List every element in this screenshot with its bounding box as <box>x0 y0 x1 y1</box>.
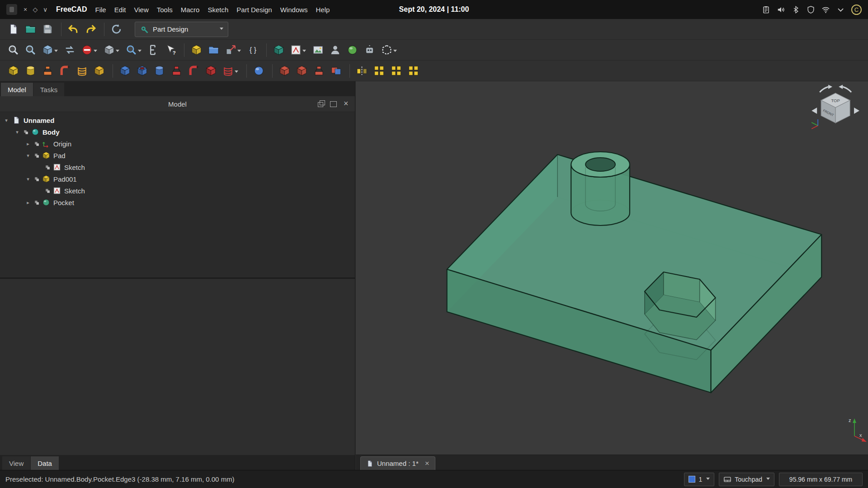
tree-expander-icon[interactable]: ▾ <box>14 129 21 135</box>
tree-item-body-1[interactable]: ▾Body <box>0 126 355 138</box>
tree-item-pocket-7[interactable]: ▸Pocket <box>0 197 355 208</box>
menu-part-design[interactable]: Part Design <box>236 6 272 14</box>
panel-maximize-button[interactable] <box>330 101 337 107</box>
selection-view-button[interactable] <box>101 42 122 58</box>
tree-expander-icon[interactable]: ▸ <box>24 141 32 147</box>
tree-item-pad-3[interactable]: ▾Pad <box>0 150 355 161</box>
expressions-button[interactable] <box>245 42 260 58</box>
document-tab-unnamed[interactable]: Unnamed : 1* <box>360 456 435 470</box>
dropdown-arrow-icon[interactable] <box>116 50 119 54</box>
navcube-rotate-right-icon[interactable] <box>843 87 851 92</box>
panel-close-button[interactable] <box>344 102 349 107</box>
navigation-cube[interactable]: TOP FRONT <box>811 85 859 129</box>
layer-selector[interactable]: 1 <box>684 473 714 486</box>
linear-pattern-button[interactable] <box>371 63 387 79</box>
additive-pipe-button[interactable] <box>57 63 72 79</box>
panel-float-button[interactable] <box>318 102 323 107</box>
tree-item-sketch-6[interactable]: Sketch <box>0 185 355 197</box>
additive-helix-button[interactable] <box>74 63 90 79</box>
dropdown-arrow-icon[interactable] <box>54 50 58 54</box>
open-file-button[interactable] <box>23 22 38 37</box>
pocket-button[interactable] <box>117 63 132 79</box>
shield-icon[interactable] <box>807 5 815 14</box>
menu-file[interactable]: File <box>95 6 106 14</box>
minimize-button[interactable]: ∨ <box>42 6 49 13</box>
navcube-rotate-left-icon[interactable] <box>820 87 828 92</box>
create-group-button[interactable] <box>206 42 221 58</box>
document-tab-close-icon[interactable] <box>425 460 429 467</box>
fillet-button[interactable] <box>277 63 292 79</box>
tree-item-unnamed-0[interactable]: ▾Unnamed <box>0 114 355 126</box>
3d-viewport[interactable]: TOP FRONT z x <box>356 81 868 455</box>
undo-button[interactable] <box>66 22 81 37</box>
edit-sketch-button[interactable] <box>310 42 326 58</box>
tree-expander-icon[interactable]: ▸ <box>24 200 32 206</box>
save-file-button[interactable] <box>40 22 55 37</box>
navcube-arrow-right[interactable] <box>854 108 859 114</box>
user-badge[interactable]: C <box>851 5 862 15</box>
chevron-down-icon[interactable] <box>766 478 770 482</box>
chevron-down-icon[interactable] <box>706 478 710 482</box>
zoom-tools-button[interactable] <box>123 42 144 58</box>
sync-view-button[interactable] <box>62 42 77 58</box>
model-cylinder-boss[interactable] <box>571 152 630 225</box>
additive-loft-button[interactable] <box>40 63 55 79</box>
chevron-down-icon[interactable] <box>220 28 223 32</box>
tree-item-pad001-5[interactable]: ▾Pad001 <box>0 173 355 185</box>
thickness-button[interactable] <box>328 63 344 79</box>
menu-sketch[interactable]: Sketch <box>208 6 228 14</box>
pad-button[interactable] <box>5 63 21 79</box>
app-launcher-icon[interactable] <box>6 4 17 15</box>
navcube-top-label[interactable]: TOP <box>831 98 840 103</box>
workbench-selector[interactable]: Part Design <box>135 22 228 37</box>
view-isometric-button[interactable] <box>40 42 60 58</box>
close-button[interactable]: × <box>22 6 29 13</box>
wifi-icon[interactable] <box>821 5 830 14</box>
menu-help[interactable]: Help <box>316 6 330 14</box>
dropdown-arrow-icon[interactable] <box>94 50 97 54</box>
subtractive-primitive-button[interactable] <box>203 63 218 79</box>
create-body-button[interactable] <box>271 42 286 58</box>
tree-expander-icon[interactable]: ▾ <box>3 117 10 123</box>
clipboard-icon[interactable] <box>762 5 770 14</box>
mirrored-button[interactable] <box>354 63 369 79</box>
tab-view[interactable]: View <box>2 456 30 470</box>
draw-style-button[interactable] <box>79 42 99 58</box>
make-link-button[interactable] <box>223 42 243 58</box>
zoom-selection-button[interactable] <box>23 42 38 58</box>
whats-this-button[interactable] <box>163 42 178 58</box>
volume-icon[interactable] <box>777 5 785 14</box>
menu-windows[interactable]: Windows <box>280 6 308 14</box>
polar-pattern-button[interactable] <box>388 63 404 79</box>
dropdown-arrow-icon[interactable] <box>302 50 306 54</box>
dropdown-arrow-icon[interactable] <box>235 70 238 75</box>
boolean-operation-button[interactable] <box>251 63 266 79</box>
tree-expander-icon[interactable]: ▾ <box>24 153 32 159</box>
multitransform-button[interactable] <box>406 63 421 79</box>
draft-button[interactable] <box>311 63 326 79</box>
subtractive-pipe-button[interactable] <box>186 63 201 79</box>
refresh-button[interactable] <box>108 22 124 37</box>
green-tool-button[interactable] <box>344 42 360 58</box>
create-part-button[interactable] <box>189 42 204 58</box>
subtractive-loft-button[interactable] <box>169 63 184 79</box>
redo-button[interactable] <box>83 22 98 37</box>
navcube-cube[interactable]: TOP FRONT <box>821 93 850 123</box>
bluetooth-icon[interactable] <box>792 5 800 14</box>
maximize-button[interactable]: ◇ <box>32 6 39 13</box>
zoom-fit-all-button[interactable] <box>5 42 21 58</box>
navigation-style-selector[interactable]: Touchpad <box>719 473 774 486</box>
menu-macro[interactable]: Macro <box>181 6 200 14</box>
tab-data[interactable]: Data <box>31 456 59 470</box>
chamfer-button[interactable] <box>294 63 309 79</box>
menu-edit[interactable]: Edit <box>114 6 126 14</box>
menu-tools[interactable]: Tools <box>157 6 173 14</box>
new-file-button[interactable] <box>5 22 21 37</box>
revolution-button[interactable] <box>23 63 38 79</box>
3d-scene[interactable]: TOP FRONT z x <box>356 81 868 455</box>
tree-item-origin-2[interactable]: ▸Origin <box>0 138 355 150</box>
tab-model[interactable]: Model <box>1 83 33 96</box>
additive-primitive-button[interactable] <box>91 63 107 79</box>
shape-binder-button[interactable] <box>379 42 399 58</box>
hole-button[interactable] <box>134 63 150 79</box>
